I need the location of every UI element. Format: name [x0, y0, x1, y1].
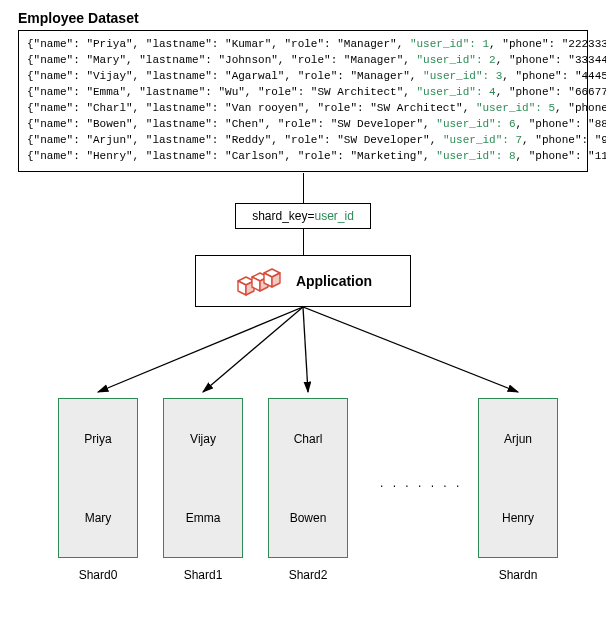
shard-box: Arjun Henry [478, 398, 558, 558]
shard-box: Priya Mary [58, 398, 138, 558]
shard-item: Mary [85, 511, 112, 525]
shard-item: Arjun [504, 432, 532, 446]
shard-key-value: user_id [315, 209, 354, 223]
shard-label: Shard1 [163, 568, 243, 582]
shard-box: Charl Bowen [268, 398, 348, 558]
shard-item: Priya [84, 432, 111, 446]
application-label: Application [296, 273, 372, 289]
connector-line [303, 173, 304, 203]
shard-label: Shardn [478, 568, 558, 582]
shard-box: Vijay Emma [163, 398, 243, 558]
application-box: Application [195, 255, 411, 307]
dataset-row: {"name": "Bowen", "lastname": "Chen", "r… [27, 117, 579, 133]
svg-line-0 [98, 307, 303, 392]
svg-line-2 [303, 307, 308, 392]
fanout-arrows [0, 307, 606, 397]
dataset-row: {"name": "Arjun", "lastname": "Reddy", "… [27, 133, 579, 149]
shard-item: Emma [186, 511, 221, 525]
shard-label: Shard0 [58, 568, 138, 582]
shard-key-label: shard_key= [252, 209, 314, 223]
dataset-row: {"name": "Mary", "lastname": "Johnson", … [27, 53, 579, 69]
dataset-row: {"name": "Charl", "lastname": "Van rooye… [27, 101, 579, 117]
shard-item: Bowen [290, 511, 327, 525]
svg-line-3 [303, 307, 518, 392]
dataset-row: {"name": "Vijay", "lastname": "Agarwal",… [27, 69, 579, 85]
shard-item: Henry [502, 511, 534, 525]
connector-line [303, 229, 304, 255]
ellipsis: . . . . . . . [380, 476, 462, 490]
shard-item: Vijay [190, 432, 216, 446]
dataset-row: {"name": "Henry", "lastname": "Carlson",… [27, 149, 579, 165]
shards-row: Priya Mary Shard0 Vijay Emma Shard1 Char… [0, 398, 606, 608]
dataset-row: {"name": "Emma", "lastname": "Wu", "role… [27, 85, 579, 101]
page-title: Employee Dataset [18, 10, 139, 26]
dataset-box: {"name": "Priya", "lastname": "Kumar", "… [18, 30, 588, 172]
shard-key-box: shard_key=user_id [235, 203, 371, 229]
shard-label: Shard2 [268, 568, 348, 582]
dataset-row: {"name": "Priya", "lastname": "Kumar", "… [27, 37, 579, 53]
svg-line-1 [203, 307, 303, 392]
cubes-icon [234, 263, 282, 299]
shard-item: Charl [294, 432, 323, 446]
